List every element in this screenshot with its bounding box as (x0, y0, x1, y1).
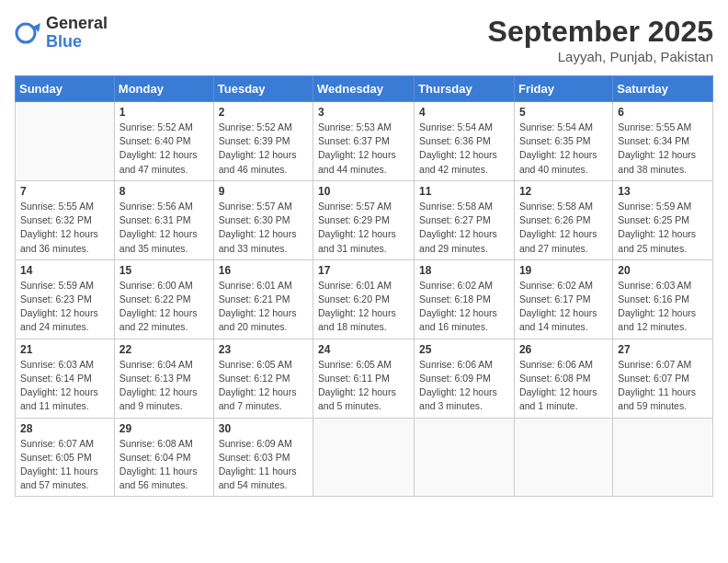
calendar-cell: 24Sunrise: 6:05 AMSunset: 6:11 PMDayligh… (313, 339, 415, 418)
day-number: 2 (219, 106, 308, 119)
cell-info-line: Daylight: 12 hours (318, 228, 396, 239)
calendar-cell: 19Sunrise: 6:02 AMSunset: 6:17 PMDayligh… (514, 259, 612, 339)
calendar-cell: 26Sunrise: 6:06 AMSunset: 6:08 PMDayligh… (514, 339, 612, 418)
day-header-wednesday: Wednesday (313, 76, 415, 102)
cell-info-line: Sunrise: 6:06 AM (519, 359, 593, 370)
cell-info-line: and 38 minutes. (618, 164, 687, 175)
day-number: 29 (119, 422, 209, 435)
day-number: 23 (219, 343, 308, 356)
cell-info-line: Daylight: 12 hours (20, 307, 98, 318)
cell-info: Sunrise: 6:06 AMSunset: 6:09 PMDaylight:… (419, 358, 509, 414)
cell-info-line: Sunrise: 6:03 AM (20, 359, 94, 370)
cell-info: Sunrise: 6:02 AMSunset: 6:17 PMDaylight:… (519, 279, 608, 335)
calendar-cell: 29Sunrise: 6:08 AMSunset: 6:04 PMDayligh… (114, 418, 213, 497)
logo-icon (15, 19, 42, 47)
day-number: 25 (419, 343, 509, 356)
calendar-cell: 5Sunrise: 5:54 AMSunset: 6:35 PMDaylight… (514, 102, 612, 181)
cell-info-line: and 11 minutes. (20, 400, 89, 411)
cell-info-line: Sunrise: 6:01 AM (219, 280, 292, 291)
cell-info-line: Daylight: 12 hours (519, 149, 597, 160)
cell-info-line: Sunrise: 6:03 AM (618, 280, 691, 291)
calendar-cell: 13Sunrise: 5:59 AMSunset: 6:25 PMDayligh… (613, 180, 713, 259)
cell-info-line: Daylight: 12 hours (419, 228, 497, 239)
calendar-cell: 15Sunrise: 6:00 AMSunset: 6:22 PMDayligh… (114, 259, 213, 339)
cell-info: Sunrise: 6:04 AMSunset: 6:13 PMDaylight:… (119, 358, 209, 414)
cell-info-line: and 1 minute. (519, 400, 578, 411)
cell-info-line: Sunset: 6:29 PM (318, 214, 390, 225)
svg-point-0 (17, 24, 35, 42)
cell-info-line: Sunset: 6:35 PM (519, 135, 591, 146)
cell-info: Sunrise: 6:08 AMSunset: 6:04 PMDaylight:… (119, 437, 209, 493)
cell-info-line: Sunrise: 5:56 AM (119, 201, 193, 212)
cell-info-line: Sunset: 6:13 PM (119, 373, 191, 384)
day-number: 4 (419, 106, 509, 119)
cell-info-line: and 16 minutes. (419, 321, 488, 332)
day-number: 11 (419, 185, 509, 198)
calendar-cell: 12Sunrise: 5:58 AMSunset: 6:26 PMDayligh… (514, 180, 612, 259)
cell-info-line: Daylight: 12 hours (119, 386, 198, 397)
cell-info-line: Daylight: 12 hours (219, 307, 297, 318)
cell-info-line: and 3 minutes. (419, 400, 483, 411)
cell-info: Sunrise: 5:58 AMSunset: 6:26 PMDaylight:… (519, 200, 608, 256)
day-header-tuesday: Tuesday (213, 76, 313, 102)
day-number: 3 (318, 106, 409, 119)
cell-info-line: Sunset: 6:32 PM (20, 214, 92, 225)
calendar-cell: 6Sunrise: 5:55 AMSunset: 6:34 PMDaylight… (613, 102, 713, 181)
cell-info-line: Sunrise: 5:55 AM (618, 121, 691, 132)
day-number: 20 (618, 264, 708, 277)
cell-info-line: Daylight: 11 hours (20, 465, 98, 477)
location: Layyah, Punjab, Pakistan (488, 49, 713, 64)
calendar-header-row: SundayMondayTuesdayWednesdayThursdayFrid… (16, 76, 713, 102)
cell-info-line: Daylight: 12 hours (318, 386, 396, 397)
day-number: 19 (519, 264, 608, 277)
cell-info-line: and 33 minutes. (219, 243, 288, 254)
calendar-cell: 10Sunrise: 5:57 AMSunset: 6:29 PMDayligh… (313, 180, 415, 259)
calendar-cell: 22Sunrise: 6:04 AMSunset: 6:13 PMDayligh… (114, 339, 213, 418)
calendar-cell: 14Sunrise: 5:59 AMSunset: 6:23 PMDayligh… (16, 259, 115, 339)
cell-info-line: Daylight: 11 hours (618, 386, 696, 397)
cell-info-line: and 20 minutes. (219, 321, 288, 332)
cell-info-line: Daylight: 11 hours (219, 465, 297, 477)
day-number: 12 (519, 185, 608, 198)
calendar-cell: 17Sunrise: 6:01 AMSunset: 6:20 PMDayligh… (313, 259, 415, 339)
cell-info-line: Daylight: 12 hours (519, 307, 597, 318)
cell-info: Sunrise: 5:55 AMSunset: 6:32 PMDaylight:… (20, 200, 109, 256)
cell-info-line: Sunset: 6:12 PM (219, 373, 290, 384)
day-header-friday: Friday (514, 76, 612, 102)
cell-info-line: Daylight: 12 hours (20, 386, 98, 397)
cell-info-line: Sunset: 6:31 PM (119, 214, 191, 225)
calendar-table: SundayMondayTuesdayWednesdayThursdayFrid… (15, 75, 713, 497)
calendar-cell (613, 418, 713, 497)
cell-info: Sunrise: 5:58 AMSunset: 6:27 PMDaylight:… (419, 200, 509, 256)
cell-info-line: Daylight: 12 hours (119, 228, 198, 239)
day-number: 22 (119, 343, 209, 356)
cell-info-line: Sunrise: 6:09 AM (219, 438, 292, 449)
calendar-cell: 3Sunrise: 5:53 AMSunset: 6:37 PMDaylight… (313, 102, 415, 181)
cell-info-line: Sunrise: 5:54 AM (419, 121, 493, 132)
month-title: September 2025 (488, 15, 713, 49)
title-block: September 2025 Layyah, Punjab, Pakistan (488, 15, 713, 64)
cell-info-line: Sunset: 6:09 PM (419, 373, 491, 384)
cell-info-line: Sunset: 6:18 PM (419, 293, 491, 304)
cell-info-line: Daylight: 12 hours (419, 149, 497, 160)
calendar-cell: 28Sunrise: 6:07 AMSunset: 6:05 PMDayligh… (16, 418, 115, 497)
cell-info-line: and 25 minutes. (618, 243, 687, 254)
day-number: 8 (119, 185, 209, 198)
cell-info-line: and 54 minutes. (219, 479, 288, 490)
cell-info: Sunrise: 6:01 AMSunset: 6:21 PMDaylight:… (219, 279, 308, 335)
cell-info-line: Daylight: 12 hours (119, 307, 198, 318)
day-number: 18 (419, 264, 509, 277)
day-number: 16 (219, 264, 308, 277)
day-header-monday: Monday (114, 76, 213, 102)
calendar-cell: 7Sunrise: 5:55 AMSunset: 6:32 PMDaylight… (16, 180, 115, 259)
cell-info-line: Sunset: 6:26 PM (519, 214, 591, 225)
cell-info-line: Sunrise: 6:05 AM (318, 359, 392, 370)
cell-info-line: Sunset: 6:40 PM (119, 135, 191, 146)
calendar-cell: 2Sunrise: 5:52 AMSunset: 6:39 PMDaylight… (213, 102, 313, 181)
cell-info-line: Sunrise: 5:58 AM (519, 201, 593, 212)
day-number: 1 (119, 106, 209, 119)
cell-info: Sunrise: 5:57 AMSunset: 6:30 PMDaylight:… (219, 200, 308, 256)
cell-info: Sunrise: 5:59 AMSunset: 6:25 PMDaylight:… (618, 200, 708, 256)
day-number: 26 (519, 343, 608, 356)
calendar-cell: 1Sunrise: 5:52 AMSunset: 6:40 PMDaylight… (114, 102, 213, 181)
